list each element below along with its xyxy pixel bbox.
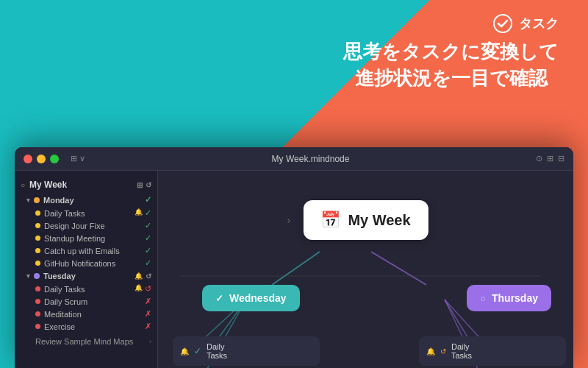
- review-chevron: ›: [149, 338, 151, 345]
- titlebar: ⊞ ∨ My Week.mindnode ⊙ ⊞ ⊟: [15, 147, 573, 171]
- root-icon: 📅: [320, 210, 340, 230]
- sidebar-tuesday-header[interactable]: ▾ Tuesday 🔔 ↺: [15, 269, 157, 283]
- design-dot: [35, 223, 40, 228]
- hero-badge-label: タスク: [519, 15, 559, 32]
- scrum-dot: [35, 299, 40, 304]
- app-window: ⊞ ∨ My Week.mindnode ⊙ ⊞ ⊟ ○ My Week ⊞ ↺…: [15, 147, 573, 368]
- tuesday-dot: [34, 273, 40, 279]
- traffic-lights: [24, 155, 59, 163]
- hero-section: タスク 思考をタスクに変換して 進捗状況を一目で確認: [343, 13, 559, 92]
- check-circle-icon: [492, 13, 513, 34]
- github-dot: [35, 261, 40, 266]
- sidebar-refresh-icon[interactable]: ↺: [146, 181, 151, 189]
- tuesday-chevron: ▾: [26, 272, 30, 280]
- wednesday-label: Wednesday: [229, 292, 287, 304]
- wednesday-node: ✓ Wednesday: [202, 285, 300, 311]
- thursday-check-icon: ○: [480, 293, 486, 304]
- wed-daily-check: ✓: [194, 346, 201, 356]
- sidebar-item-scrum[interactable]: Daily Scrum ✗: [15, 295, 157, 308]
- standup-label: Standup Meeting: [44, 234, 141, 243]
- alarm-icon: 🔔: [135, 208, 143, 218]
- standup-dot: [35, 236, 40, 241]
- hero-badge: タスク: [343, 13, 559, 34]
- monday-dot: [34, 197, 40, 203]
- wednesday-check-icon: ✓: [215, 293, 223, 304]
- sidebar-item-review[interactable]: Review Sample Mind Maps ›: [15, 336, 157, 347]
- app-body: ○ My Week ⊞ ↺ ▾ Monday ✓: [15, 171, 573, 368]
- root-chevron: ›: [287, 214, 290, 226]
- thu-daily-alarm: 🔔: [426, 347, 435, 355]
- sidebar-item-design[interactable]: Design Jour Fixe ✓: [15, 219, 157, 232]
- hero-main-text: 思考をタスクに変換して 進捗状況を一目で確認: [343, 38, 559, 92]
- sidebar-img-icon[interactable]: ⊞: [137, 181, 143, 189]
- titlebar-actions: ⊙ ⊞ ⊟: [536, 154, 564, 163]
- wed-daily-alarm: 🔔: [180, 347, 189, 355]
- sidebar-root: ○ My Week ⊞ ↺: [15, 177, 157, 193]
- wednesday-children: 🔔 ✓ DailyTasks ✓ Marketing Jour Fixe ✓ S…: [173, 336, 320, 368]
- sidebar-item-standup[interactable]: Standup Meeting ✓: [15, 232, 157, 244]
- sidebar-item-meditation[interactable]: Meditation ✗: [15, 308, 157, 320]
- tuesday-label: Tuesday: [43, 272, 76, 280]
- exercise-label: Exercise: [44, 322, 141, 331]
- share-icon[interactable]: ⊙: [536, 154, 542, 163]
- meditation-check: ✗: [145, 309, 151, 319]
- hero-line1: 思考をタスクに変換して: [343, 38, 559, 65]
- sidebar-item-daily-tasks-mon[interactable]: Daily Tasks 🔔 ✓: [15, 207, 157, 219]
- wed-daily-tasks: 🔔 ✓ DailyTasks: [173, 336, 320, 366]
- exercise-check: ✗: [145, 322, 151, 331]
- sidebar-root-title: My Week: [29, 180, 132, 190]
- sidebar-item-exercise[interactable]: Exercise ✗: [15, 320, 157, 333]
- sidebar-root-icon: ○: [21, 181, 25, 189]
- emails-dot: [35, 248, 40, 253]
- monday-label: Monday: [43, 196, 74, 205]
- thursday-label: Thursday: [492, 292, 538, 304]
- standup-check: ✓: [145, 233, 151, 243]
- emails-label: Catch up with Emails: [44, 247, 141, 255]
- minimize-button[interactable]: [37, 155, 46, 163]
- github-label: GitHub Notifications: [44, 259, 141, 268]
- svg-line-2: [371, 252, 426, 285]
- check-icon: ✓: [145, 208, 151, 218]
- design-check: ✓: [145, 221, 151, 230]
- meditation-dot: [35, 311, 40, 316]
- sidebar-item-daily-tasks-tue[interactable]: Daily Tasks 🔔 ↺: [15, 283, 157, 295]
- root-node: › 📅 My Week: [303, 200, 428, 240]
- thursday-node: ○ Thursday: [467, 285, 551, 311]
- monday-actions: ✓: [145, 195, 151, 205]
- sidebar-group-monday: ▾ Monday ✓ Daily Tasks 🔔 ✓: [15, 193, 157, 269]
- emails-check: ✓: [145, 246, 151, 255]
- mindmap-canvas: › 📅 My Week ✓ Wednesday ○ Thursday 🔔 ✓ D…: [158, 171, 573, 368]
- sidebar-root-actions: ⊞ ↺: [137, 181, 151, 189]
- github-check: ✓: [145, 258, 151, 268]
- tue-alarm-icon: 🔔: [135, 284, 143, 294]
- tuesday-refresh: ↺: [146, 272, 151, 280]
- window-title: My Week.mindnode: [91, 154, 530, 164]
- thursday-children: 🔔 ↺ DailyTasks ○ User Relations Jour Fix…: [419, 336, 566, 368]
- sidebar-item-emails[interactable]: Catch up with Emails ✓: [15, 244, 157, 257]
- sidebar-item-github[interactable]: GitHub Notifications ✓: [15, 257, 157, 269]
- maximize-button[interactable]: [50, 155, 59, 163]
- thu-daily-label: DailyTasks: [451, 342, 559, 360]
- settings-icon[interactable]: ⊞: [547, 154, 553, 163]
- monday-check-icon: ✓: [145, 195, 151, 205]
- daily-tasks-actions: 🔔 ✓: [135, 208, 151, 218]
- sidebar-monday-header[interactable]: ▾ Monday ✓: [15, 193, 157, 207]
- scrum-check: ✗: [145, 297, 151, 306]
- tue-daily-label: Daily Tasks: [44, 285, 131, 294]
- exercise-dot: [35, 324, 40, 329]
- hero-line2: 進捗状況を一目で確認: [343, 65, 559, 91]
- tue-daily-actions: 🔔 ↺: [135, 284, 151, 294]
- wed-daily-label: DailyTasks: [207, 342, 312, 360]
- daily-tasks-dot: [35, 210, 40, 216]
- tuesday-actions: 🔔 ↺: [135, 272, 151, 280]
- expand-icon[interactable]: ⊟: [558, 154, 564, 163]
- sidebar: ○ My Week ⊞ ↺ ▾ Monday ✓: [15, 171, 158, 368]
- meditation-label: Meditation: [44, 310, 141, 319]
- root-title: My Week: [348, 212, 410, 229]
- design-label: Design Jour Fixe: [44, 222, 141, 230]
- review-label: Review Sample Mind Maps: [35, 337, 146, 346]
- scrum-label: Daily Scrum: [44, 297, 141, 306]
- monday-chevron: ▾: [26, 197, 30, 204]
- daily-tasks-label: Daily Tasks: [44, 209, 131, 218]
- close-button[interactable]: [24, 155, 32, 163]
